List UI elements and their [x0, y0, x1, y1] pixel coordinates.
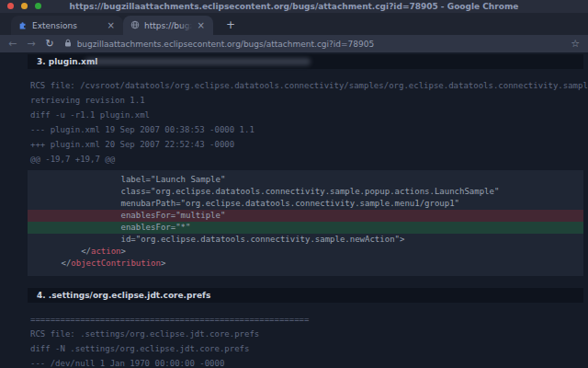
close-tab-icon[interactable]: ×: [107, 21, 116, 30]
redacted-text: [85, 58, 311, 65]
tab-label: https://bugzillaattachme: [144, 21, 192, 30]
address-bar[interactable]: bugzillaattachments.eclipsecontent.org/b…: [64, 39, 560, 49]
tab-label: Extensions: [32, 21, 102, 30]
tab-attachment-page[interactable]: https://bugzillaattachme ×: [123, 16, 213, 35]
window-controls: [7, 3, 41, 9]
forward-icon[interactable]: →: [27, 39, 35, 49]
window-titlebar: https://bugzillaattachments.eclipseconte…: [0, 0, 588, 13]
code-text: enablesFor="multiple": [31, 211, 225, 220]
diff-meta-line: +++ plugin.xml 20 Sep 2007 22:52:43 -000…: [30, 137, 588, 152]
diff-code-line-context: label="Launch Sample": [28, 174, 583, 186]
diff-meta-line: --- plugin.xml 19 Sep 2007 00:38:53 -000…: [30, 122, 588, 137]
minimize-window-button[interactable]: [21, 3, 28, 9]
diff-code-line-context: </objectContribution>: [28, 258, 583, 270]
code-text: class="org.eclipse.datatools.connectivit…: [31, 187, 499, 196]
diff-code-line-context: menubarPath="org.eclipse.datatools.conne…: [28, 198, 583, 210]
lock-icon[interactable]: [64, 39, 72, 49]
puzzle-icon: [18, 20, 28, 31]
globe-icon: [130, 20, 140, 31]
close-tab-icon[interactable]: ×: [197, 21, 206, 30]
diff-meta-line: RCS file: /cvsroot/datatools/org.eclipse…: [30, 78, 588, 93]
diff-meta-block: RCS file: /cvsroot/datatools/org.eclipse…: [0, 69, 588, 167]
diff-meta-block: ========================================…: [0, 303, 588, 368]
section-title: 4. .settings/org.eclipse.jdt.core.prefs: [37, 291, 210, 300]
bookmark-star-icon[interactable]: ☆: [571, 38, 580, 50]
diff-code-line-context: id="org.eclipse.datatools.connectivity.s…: [28, 234, 583, 246]
code-text: menubarPath="org.eclipse.datatools.conne…: [31, 199, 459, 208]
diff-meta-line: diff -N .settings/org.eclipse.jdt.core.p…: [30, 341, 588, 356]
diff-meta-line: ========================================…: [30, 312, 588, 327]
close-window-button[interactable]: [7, 3, 14, 9]
code-text: label="Launch Sample": [31, 175, 225, 184]
diff-meta-line: RCS file: .settings/org.eclipse.jdt.core…: [30, 327, 588, 341]
code-text: id="org.eclipse.datatools.connectivity.s…: [31, 235, 404, 244]
code-text: </: [31, 247, 91, 256]
diff-code-line-context: class="org.eclipse.datatools.connectivit…: [28, 186, 583, 198]
new-tab-button[interactable]: +: [222, 19, 239, 30]
diff-meta-line: @@ -19,7 +19,7 @@: [30, 152, 588, 167]
reload-icon[interactable]: ↻: [45, 39, 53, 49]
code-text: </: [31, 259, 71, 268]
tab-extensions[interactable]: Extensions ×: [11, 16, 123, 35]
diff-meta-line: retrieving revision 1.1: [30, 93, 588, 108]
window-title: https://bugzillaattachments.eclipseconte…: [0, 2, 588, 11]
diff-code-line-context: </action>: [28, 246, 583, 258]
tab-strip: Extensions × https://bugzillaattachme × …: [0, 13, 588, 35]
diff-code-line-removed: enablesFor="multiple": [28, 210, 583, 222]
diff-section-header-jdt-core-prefs: 4. .settings/org.eclipse.jdt.core.prefs: [28, 288, 583, 303]
code-text: >: [121, 247, 126, 256]
code-text: >: [161, 259, 165, 268]
xml-tag-text: action: [91, 247, 121, 256]
diff-meta-line: --- /dev/null 1 Jan 1970 00:00:00 -0000: [30, 356, 588, 368]
xml-tag-text: objectContribution: [71, 259, 161, 268]
code-text: enablesFor="*": [31, 223, 190, 232]
browser-toolbar: ← → ↻ bugzillaattachments.eclipsecontent…: [0, 35, 588, 52]
diff-code-line-added: enablesFor="*": [28, 222, 583, 234]
back-icon[interactable]: ←: [8, 39, 17, 49]
diff-meta-line: diff -u -r1.1 plugin.xml: [30, 108, 588, 122]
diff-code-block: label="Launch Sample" class="org.eclipse…: [28, 170, 583, 276]
maximize-window-button[interactable]: [35, 3, 41, 9]
diff-section-header-plugin-xml: 3. plugin.xml: [28, 54, 583, 69]
attachment-diff-page: 3. plugin.xml RCS file: /cvsroot/datatoo…: [0, 52, 588, 368]
url-text: bugzillaattachments.eclipsecontent.org/b…: [77, 40, 375, 49]
